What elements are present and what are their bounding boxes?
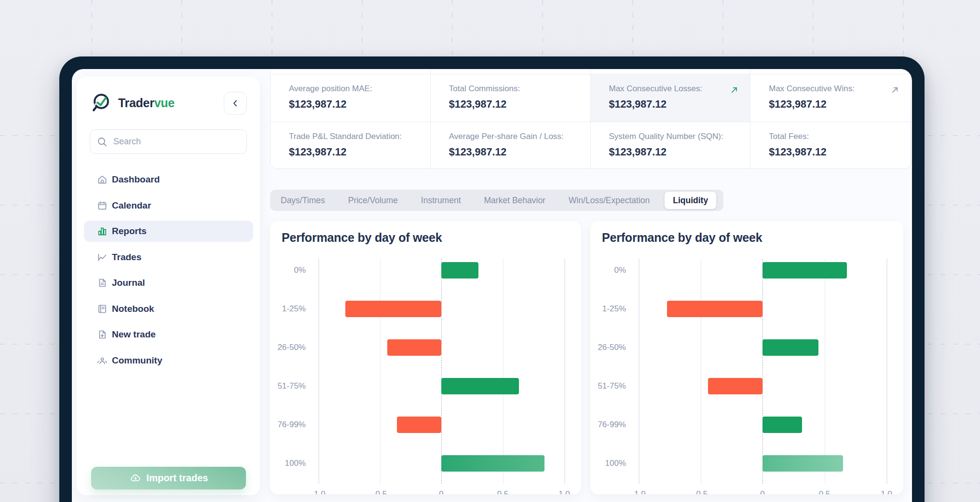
trend-up-icon xyxy=(891,86,899,94)
y-axis-label: 100% xyxy=(270,444,318,483)
chart-row xyxy=(318,367,564,405)
tab-market-behavior[interactable]: Market Behavior xyxy=(476,192,554,209)
bar-0% xyxy=(762,262,847,279)
app-window: Tradervue Dashboard Calendar xyxy=(72,69,912,502)
bar-51-75% xyxy=(441,378,519,394)
tab-instrument[interactable]: Instrument xyxy=(413,192,469,209)
y-axis-label: 1-25% xyxy=(270,290,318,328)
chart-row xyxy=(318,290,564,328)
x-axis-label: 0.5 xyxy=(497,489,509,494)
x-axis-label: 1.0 xyxy=(558,489,570,494)
stat-label: Trade P&L Standard Deviation: xyxy=(289,132,419,141)
stats-cell-empty xyxy=(271,69,431,74)
stat-value: $123,987.12 xyxy=(289,98,419,111)
sidebar-item-notebook[interactable]: Notebook xyxy=(84,298,253,320)
x-axis-label: -1.0 xyxy=(311,489,325,494)
stats-cell: Total Fees: $123,987.12 xyxy=(750,122,911,169)
chart-row xyxy=(639,328,886,367)
report-tabs: Days/Times Price/Volume Instrument Marke… xyxy=(270,190,723,211)
stat-value: $123,987.12 xyxy=(449,98,579,111)
bar-76-99% xyxy=(397,417,441,433)
y-axis-label: 51-75% xyxy=(270,367,318,405)
sidebar-item-calendar[interactable]: Calendar xyxy=(84,195,253,216)
bar-1-25% xyxy=(667,301,762,317)
chart-title: Performance by day of week xyxy=(282,231,442,245)
chart-card-left: Performance by day of week 0%1-25%26-50%… xyxy=(270,221,581,494)
stats-cell-empty xyxy=(431,69,591,74)
sidebar-item-label: Community xyxy=(112,355,163,366)
calendar-icon xyxy=(96,200,108,211)
stats-cell-highlighted: Max Consecutive Losses: $123,987.12 xyxy=(591,74,751,122)
y-axis-label: 1-25% xyxy=(590,290,639,328)
x-axis-label: -1.0 xyxy=(631,489,645,494)
x-axis-label: 0 xyxy=(760,489,764,494)
tab-liquidity[interactable]: Liquidity xyxy=(665,192,716,209)
bar-100% xyxy=(762,455,843,472)
chart-title: Performance by day of week xyxy=(602,231,762,245)
bar-chart-right: 0%1-25%26-50%51-75%76-99%100%-1.0-0.500.… xyxy=(590,251,886,494)
sidebar-item-community[interactable]: Community xyxy=(84,350,253,371)
bar-chart-left: 0%1-25%26-50%51-75%76-99%100%-1.0-0.500.… xyxy=(270,251,564,494)
sidebar-item-reports[interactable]: Reports xyxy=(84,221,253,242)
sidebar-item-journal[interactable]: Journal xyxy=(84,272,253,293)
sidebar-item-new-trade[interactable]: New trade xyxy=(84,324,253,345)
stat-value: $123,987.12 xyxy=(289,146,419,158)
bar-1-25% xyxy=(345,301,441,317)
chart-row xyxy=(318,251,564,290)
bar-76-99% xyxy=(762,417,802,433)
brand-secondary: vue xyxy=(154,96,175,110)
stat-label: Average Per-share Gain / Loss: xyxy=(449,132,579,141)
import-trades-button[interactable]: Import trades xyxy=(91,467,246,489)
stat-label: Max Consecutive Losses: xyxy=(609,84,739,94)
bar-26-50% xyxy=(387,339,441,356)
sidebar-item-label: Journal xyxy=(112,278,145,288)
stats-cell: Max Consecutive Wins: $123,987.12 xyxy=(750,74,911,122)
tab-win-loss-expectation[interactable]: Win/Loss/Expectation xyxy=(560,192,658,209)
cloud-download-icon xyxy=(129,472,142,485)
y-axis-label: 76-99% xyxy=(590,405,639,444)
sidebar-item-label: New trade xyxy=(112,329,156,340)
stats-cell: Average Per-share Gain / Loss: $123,987.… xyxy=(431,122,591,169)
line-chart-icon xyxy=(96,251,108,263)
y-axis-label: 76-99% xyxy=(270,405,318,444)
sidebar-nav: Dashboard Calendar Reports Trades Journa… xyxy=(84,169,253,376)
x-axis-label: -0.5 xyxy=(373,489,387,494)
sidebar-item-dashboard[interactable]: Dashboard xyxy=(84,169,253,190)
sidebar-item-trades[interactable]: Trades xyxy=(84,247,253,268)
sidebar-item-label: Trades xyxy=(112,252,141,263)
brand-name: Tradervue xyxy=(118,96,175,110)
stat-value: $123,987.12 xyxy=(449,146,579,158)
tab-days-times[interactable]: Days/Times xyxy=(272,192,333,209)
chevron-left-icon xyxy=(231,99,240,108)
sidebar-item-label: Notebook xyxy=(112,304,154,314)
x-axis-label: 0 xyxy=(439,489,443,494)
x-axis-label: -0.5 xyxy=(694,489,708,494)
chart-row xyxy=(318,444,564,483)
stats-cell: System Quality Number (SQN): $123,987.12 xyxy=(591,122,751,169)
stat-value: $123,987.12 xyxy=(609,98,739,111)
search-input[interactable] xyxy=(112,136,240,147)
tab-price-volume[interactable]: Price/Volume xyxy=(340,192,406,209)
sidebar-item-label: Reports xyxy=(112,226,147,237)
y-axis-label: 100% xyxy=(590,444,639,483)
bar-chart-icon xyxy=(96,225,108,237)
brand-primary: Trader xyxy=(118,96,154,110)
stat-value: $123,987.12 xyxy=(769,98,899,111)
y-axis-label: 51-75% xyxy=(590,367,639,405)
sidebar-collapse-button[interactable] xyxy=(224,92,247,115)
x-axis-label: 1.0 xyxy=(881,489,892,494)
chart-row xyxy=(639,251,886,290)
bar-51-75% xyxy=(708,378,762,394)
stat-label: Average position MAE: xyxy=(289,84,419,94)
trend-up-icon xyxy=(730,86,738,94)
bar-26-50% xyxy=(762,339,818,356)
document-icon xyxy=(96,277,108,289)
search-box xyxy=(90,129,247,154)
gridline xyxy=(886,259,887,484)
file-plus-icon xyxy=(96,329,108,340)
chart-row xyxy=(639,367,886,405)
device-frame: Tradervue Dashboard Calendar xyxy=(59,56,925,502)
home-icon xyxy=(96,174,108,185)
stats-cell-empty xyxy=(591,69,751,74)
notebook-icon xyxy=(96,303,108,315)
